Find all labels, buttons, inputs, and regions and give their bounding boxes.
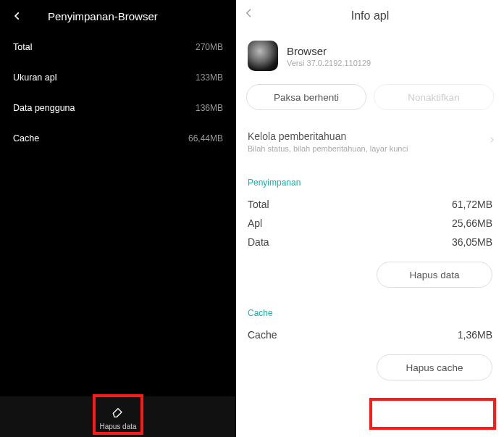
back-icon[interactable]	[243, 7, 261, 25]
clear-cache-button[interactable]: Hapus cache	[377, 354, 492, 380]
app-row: Browser Versi 37.0.2192.110129	[236, 32, 504, 80]
storage-row: Apl 25,66MB	[236, 214, 504, 233]
app-meta: Browser Versi 37.0.2192.110129	[287, 45, 371, 67]
chevron-right-icon	[488, 135, 495, 148]
clear-data-area: Hapus data	[236, 251, 504, 294]
row-label: Data	[248, 236, 269, 248]
storage-panel-dark: Penyimpanan-Browser Total 270MB Ukuran a…	[0, 0, 236, 437]
eraser-icon	[111, 404, 125, 421]
storage-row: Ukuran apl 133MB	[0, 62, 236, 93]
clear-data-button[interactable]: Hapus data	[0, 396, 236, 437]
back-icon[interactable]	[9, 7, 26, 25]
notif-subtitle: Bilah status, bilah pemberitahuan, layar…	[248, 144, 492, 153]
disable-button: Nonaktifkan	[374, 84, 494, 110]
row-label: Ukuran apl	[13, 72, 56, 83]
notif-title: Kelola pemberitahuan	[248, 130, 492, 142]
right-header: Info apl	[236, 0, 504, 32]
clear-data-label: Hapus data	[99, 423, 136, 430]
row-label: Cache	[248, 329, 277, 341]
row-value: 133MB	[196, 72, 223, 83]
storage-row: Cache 66,44MB	[0, 123, 236, 154]
clear-data-button[interactable]: Hapus data	[377, 262, 492, 288]
app-info-panel: Info apl Browser Versi 37.0.2192.110129 …	[236, 0, 504, 437]
cache-section-header: Cache	[236, 294, 504, 325]
row-value: 36,05MB	[452, 236, 492, 248]
row-value: 66,44MB	[188, 133, 223, 143]
row-label: Apl	[248, 217, 262, 229]
row-label: Total	[13, 42, 32, 52]
right-title: Info apl	[351, 9, 389, 22]
cache-row: Cache 1,36MB	[236, 325, 504, 344]
storage-section-header: Penyimpanan	[236, 163, 504, 195]
app-name: Browser	[287, 45, 371, 57]
storage-row: Total 61,72MB	[236, 195, 504, 214]
row-label: Total	[248, 199, 269, 210]
left-title: Penyimpanan-Browser	[48, 10, 158, 22]
storage-row: Data pengguna 136MB	[0, 93, 236, 123]
app-icon	[248, 41, 278, 71]
clear-cache-area: Hapus cache	[236, 344, 504, 386]
row-label: Data pengguna	[13, 103, 75, 113]
app-version: Versi 37.0.2192.110129	[287, 59, 371, 67]
force-stop-button[interactable]: Paksa berhenti	[246, 84, 366, 110]
row-value: 270MB	[196, 42, 223, 52]
row-value: 25,66MB	[452, 217, 492, 229]
storage-row: Total 270MB	[0, 32, 236, 62]
storage-row: Data 36,05MB	[236, 233, 504, 251]
left-header: Penyimpanan-Browser	[0, 0, 236, 32]
row-label: Cache	[13, 133, 39, 143]
action-button-row: Paksa berhenti Nonaktifkan	[236, 80, 504, 120]
row-value: 1,36MB	[458, 329, 492, 341]
row-value: 61,72MB	[452, 199, 492, 210]
manage-notifications-row[interactable]: Kelola pemberitahuan Bilah status, bilah…	[236, 120, 504, 163]
row-value: 136MB	[196, 103, 223, 113]
